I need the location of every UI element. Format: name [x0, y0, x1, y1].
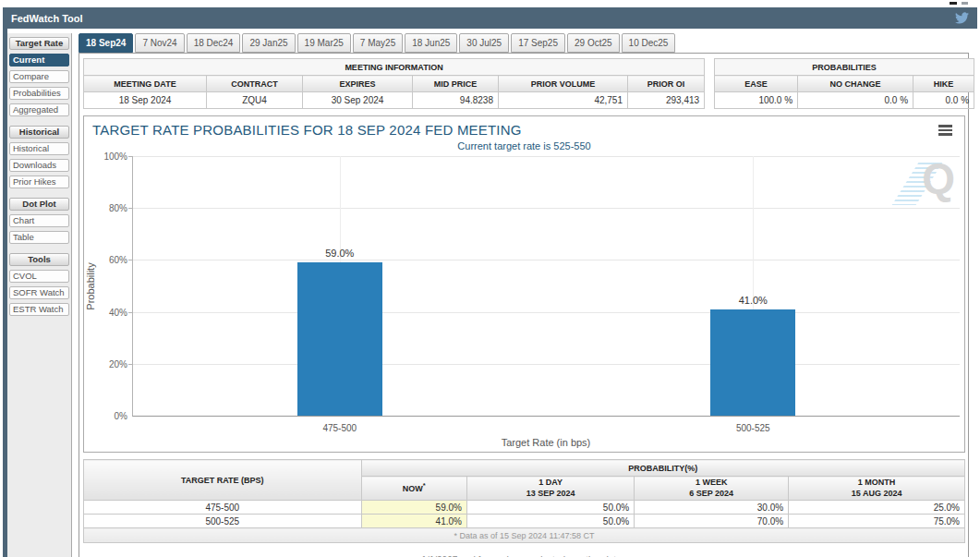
- tab-7-may25[interactable]: 7 May25: [353, 33, 403, 53]
- content-panel: MEETING INFORMATION MEETING DATE CONTRAC…: [79, 53, 969, 557]
- tab-7-nov24[interactable]: 7 Nov24: [135, 33, 184, 53]
- now-cell: 59.0%: [361, 501, 466, 515]
- probability-summary-table: TARGET RATE (BPS) PROBABILITY(%) NOW* 1 …: [83, 459, 965, 543]
- chart-title: TARGET RATE PROBABILITIES FOR 18 SEP 202…: [92, 122, 522, 138]
- xcat-475-500: 475-500: [322, 423, 357, 433]
- meeting-date-value: 18 Sep 2024: [84, 92, 207, 109]
- mid-price-value: 94.8238: [413, 92, 499, 109]
- target-rate-chart: TARGET RATE PROBABILITIES FOR 18 SEP 202…: [83, 115, 965, 453]
- sidebar-item-table[interactable]: Table: [9, 231, 69, 244]
- tab-29-jan25[interactable]: 29 Jan25: [242, 33, 295, 53]
- hike-value: 0.0 %: [913, 92, 974, 109]
- col-ease: EASE: [715, 76, 798, 92]
- col-no-change: NO CHANGE: [798, 76, 913, 92]
- tab-29-oct25[interactable]: 29 Oct25: [567, 33, 620, 53]
- sidebar-section-dot-plot: Dot Plot: [9, 198, 69, 211]
- x-axis-label: Target Rate (in bps): [132, 437, 960, 448]
- y-axis-label: Probability: [85, 262, 96, 309]
- tab-19-mar25[interactable]: 19 Mar25: [297, 33, 351, 53]
- ytick-60: 60%: [92, 255, 127, 265]
- target-rate-cell: 475-500: [84, 501, 362, 515]
- target-rate-cell: 500-525: [84, 515, 362, 528]
- ytick-0: 0%: [92, 411, 127, 421]
- main-area: 18 Sep24 7 Nov24 18 Dec24 29 Jan25 19 Ma…: [79, 33, 969, 557]
- probabilities-title: PROBABILITIES: [715, 59, 974, 76]
- ease-value: 100.0 %: [715, 92, 798, 109]
- sidebar-item-compare[interactable]: Compare: [9, 70, 69, 83]
- bar-500-525: 41.0%: [710, 309, 795, 416]
- day-cell: 50.0%: [466, 501, 634, 515]
- tab-30-jul25[interactable]: 30 Jul25: [459, 33, 509, 53]
- twitter-icon[interactable]: [955, 11, 969, 25]
- meeting-date-tabs: 18 Sep24 7 Nov24 18 Dec24 29 Jan25 19 Ma…: [79, 33, 969, 53]
- top-edge-artifact: [962, 2, 968, 5]
- col-1-day: 1 DAY13 SEP 2024: [466, 477, 634, 501]
- week-cell: 30.0%: [635, 501, 789, 515]
- tab-18-sep24[interactable]: 18 Sep24: [79, 33, 133, 53]
- col-mid-price: MID PRICE: [413, 76, 499, 92]
- day-cell: 50.0%: [466, 515, 634, 528]
- sidebar-item-chart[interactable]: Chart: [9, 214, 69, 227]
- col-probability-group: PROBABILITY(%): [361, 460, 965, 477]
- sidebar-section-tools: Tools: [9, 253, 69, 266]
- col-target-rate-bps: TARGET RATE (BPS): [84, 460, 362, 501]
- app-title: FedWatch Tool: [11, 13, 83, 24]
- col-expires: EXPIRES: [303, 76, 413, 92]
- chart-menu-icon[interactable]: [938, 125, 952, 138]
- top-edge-artifact: [950, 2, 957, 5]
- col-1-week: 1 WEEK6 SEP 2024: [635, 477, 789, 501]
- bar-475-500: 59.0%: [297, 262, 382, 416]
- titlebar: FedWatch Tool: [3, 7, 977, 29]
- month-cell: 75.0%: [789, 515, 965, 528]
- col-hike: HIKE: [913, 76, 974, 92]
- expires-value: 30 Sep 2024: [303, 92, 413, 109]
- tab-18-jun25[interactable]: 18 Jun25: [405, 33, 457, 53]
- tab-17-sep25[interactable]: 17 Sep25: [511, 33, 565, 53]
- col-prior-oi: PRIOR OI: [628, 76, 705, 92]
- table-row: 500-525 41.0% 50.0% 70.0% 75.0%: [84, 515, 965, 528]
- sidebar-item-probabilities[interactable]: Probabilities: [9, 87, 69, 100]
- plot-area: 100% 80% 60% 40% 20% 0% Probability 59.0…: [132, 156, 960, 417]
- contract-value: ZQU4: [207, 92, 303, 109]
- ytick-40: 40%: [92, 307, 127, 317]
- sidebar-item-historical[interactable]: Historical: [9, 142, 69, 155]
- no-change-value: 0.0 %: [798, 92, 913, 109]
- tab-18-dec24[interactable]: 18 Dec24: [187, 33, 241, 53]
- top-edge: [0, 0, 980, 7]
- sidebar-section-target-rate: Target Rate: [9, 37, 69, 50]
- xcat-500-525: 500-525: [736, 423, 770, 433]
- sidebar-item-prior-hikes[interactable]: Prior Hikes: [9, 176, 69, 188]
- sidebar: Target Rate Current Compare Probabilitie…: [7, 33, 72, 557]
- meeting-information-table: MEETING INFORMATION MEETING DATE CONTRAC…: [83, 58, 705, 109]
- sidebar-item-sofr-watch[interactable]: SOFR Watch: [9, 286, 69, 299]
- col-now: NOW*: [361, 477, 466, 501]
- col-meeting-date: MEETING DATE: [84, 76, 207, 92]
- col-prior-volume: PRIOR VOLUME: [499, 76, 628, 92]
- prior-volume-value: 42,751: [499, 92, 628, 109]
- now-cell: 41.0%: [361, 515, 466, 528]
- probabilities-table: PROBABILITIES EASE NO CHANGE HIKE 100.0 …: [714, 58, 974, 109]
- sidebar-item-downloads[interactable]: Downloads: [9, 159, 69, 172]
- ytick-100: 100%: [92, 151, 127, 162]
- sidebar-item-estr-watch[interactable]: ESTR Watch: [9, 303, 69, 316]
- ytick-20: 20%: [92, 358, 127, 369]
- table-row: 475-500 59.0% 50.0% 30.0% 25.0%: [84, 501, 965, 515]
- data-as-of-note: * Data as of 15 Sep 2024 11:47:58 CT: [84, 528, 965, 543]
- col-1-month: 1 MONTH15 AUG 2024: [789, 477, 965, 501]
- sidebar-item-cvol[interactable]: CVOL: [9, 270, 69, 283]
- sidebar-item-current[interactable]: Current: [9, 54, 69, 67]
- bar-value-label: 41.0%: [710, 295, 795, 306]
- meeting-info-title: MEETING INFORMATION: [84, 59, 705, 76]
- chart-subtitle: Current target rate is 525-550: [84, 140, 964, 151]
- col-contract: CONTRACT: [207, 76, 303, 92]
- week-cell: 70.0%: [635, 515, 789, 528]
- month-cell: 25.0%: [789, 501, 965, 515]
- sidebar-item-aggregated[interactable]: Aggregated: [9, 103, 69, 116]
- tab-10-dec25[interactable]: 10 Dec25: [622, 33, 676, 53]
- sidebar-section-historical: Historical: [9, 126, 69, 139]
- prior-oi-value: 293,413: [628, 92, 705, 109]
- bar-value-label: 59.0%: [297, 248, 382, 259]
- ytick-80: 80%: [92, 203, 127, 213]
